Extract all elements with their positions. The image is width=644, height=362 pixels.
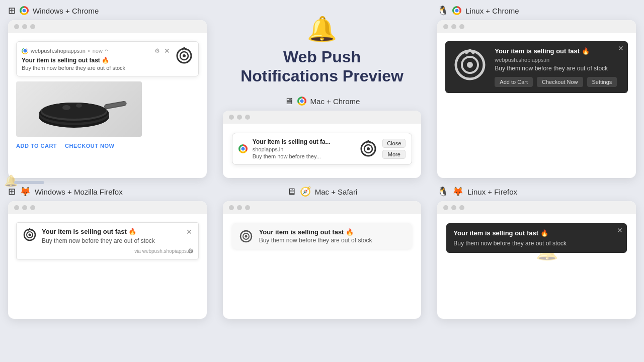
mac-safari-section: 🖥 🧭 Mac + Safari [215,181,430,322]
linux-firefox-notif-text: Buy them now before they are out of stoc… [453,240,620,247]
mac-chrome-buttons: Close More [382,139,406,159]
add-to-cart-button[interactable]: ADD TO CART [16,143,57,149]
ms-tl-2 [237,205,242,210]
mac-chrome-titlebar [223,111,422,124]
chrome-icon-linux [452,6,461,15]
mac-chrome-browser: Your item is selling out fa... shopiapps… [223,111,422,178]
win-chrome-notif-time: now [93,48,103,54]
mac-safari-notif-title: Your item is selling out fast 🔥 [259,228,406,236]
linux-checkout-now-button[interactable]: Checkout Now [537,77,583,87]
win-firefox-browser: Your item is selling out fast 🔥 Buy them… [8,201,207,319]
linux-chrome-notif-body: Your item is selling out fast 🔥 webpush.… [495,47,621,87]
win-firefox-notif-body: Your item is selling out fast 🔥 Buy them… [42,228,181,244]
bg-slider [14,181,44,184]
linux-chrome-notif-actions: Add to Cart Checkout Now Settings [495,77,621,87]
firefox-icon-win: 🦊 [20,186,31,197]
mac-safari-label: 🖥 🧭 Mac + Safari [287,186,358,197]
mac-safari-content: Your item is selling out fast 🔥 Buy them… [223,214,422,258]
settings-icon-firefox-win[interactable]: ⚙ [188,247,194,255]
close-icon[interactable]: ✕ [164,47,170,55]
mac-chrome-notif-body: Your item is selling out fa... shopiapps… [253,138,355,159]
linux-chrome-text: Linux + Chrome [465,7,519,15]
linux-chrome-label: 🐧 Linux + Chrome [437,5,636,16]
linux-firefox-close-button[interactable]: ✕ [617,226,623,234]
svg-point-26 [29,234,31,236]
svg-point-13 [76,104,82,108]
linux-chrome-notif-left [452,47,488,87]
gear-icon[interactable]: ⚙ [154,47,160,54]
checkout-now-button[interactable]: CHECKOUT NOW [65,143,114,149]
win-chrome-notif-header: webpush.shopiapps.in • now ^ ⚙ ✕ [22,47,170,55]
mac-chrome-section: 🔔 Web Push Notifications Preview 🖥 Mac +… [215,0,430,181]
win-chrome-label: ⊞ Windows + Chrome [8,5,207,16]
mac-safari-notif-text: Buy them now before they are out of stoc… [259,237,406,244]
linux-settings-button[interactable]: Settings [587,77,617,87]
mac-icon: 🖥 [284,96,293,107]
linux-firefox-text: Linux + Firefox [467,188,517,196]
mac-close-button[interactable]: Close [382,139,406,148]
ring-icon-svg [175,47,193,65]
linux-icon: 🐧 [437,5,448,16]
lf-tl-2 [451,205,456,210]
lf-tl-1 [443,205,448,210]
ring-icon-linux [452,47,488,82]
win-chrome-notif-domain: webpush.shopiapps.in [31,48,86,54]
header-title-line2: Notifications Preview [240,67,404,85]
linux-tl-1 [443,24,448,29]
header-title: Web Push Notifications Preview [240,47,404,86]
win-chrome-text: Windows + Chrome [33,7,99,15]
linux-firefox-notification: Your item is selling out fast 🔥 Buy them… [446,223,627,253]
win-firefox-text: Windows + Mozilla Firefox [35,188,123,196]
win-chrome-browser: webpush.shopiapps.in • now ^ ⚙ ✕ Your it… [8,20,207,178]
wf-tl-2 [22,205,27,210]
linux-firefox-label: 🐧 🦊 Linux + Firefox [437,186,636,197]
wf-tl-1 [14,205,19,210]
mac-chrome-notif-text: Buy them now before they... [253,153,355,159]
win-icon-ff: ⊞ [8,186,16,197]
svg-point-12 [62,105,70,110]
linux-close-button[interactable]: ✕ [618,44,624,52]
header-title-line1: Web Push [283,48,361,66]
win-firefox-notif-footer: via webpush.shopiapps.in [23,248,192,254]
ms-tl-1 [229,205,234,210]
win-firefox-notif-header: Your item is selling out fast 🔥 Buy them… [23,228,192,244]
windows-icon: ⊞ [8,5,16,16]
win-chrome-notif-icon [175,47,193,71]
svg-point-9 [42,103,106,119]
safari-icon: 🧭 [300,186,311,197]
win-firefox-titlebar [8,201,207,214]
mac-chrome-text: Mac + Chrome [310,97,360,106]
mac-safari-text: Mac + Safari [315,188,358,196]
linux-add-to-cart-button[interactable]: Add to Cart [495,77,533,87]
mac-safari-notif-body: Your item is selling out fast 🔥 Buy them… [259,228,406,244]
ms-tl-3 [245,205,250,210]
chrome-icon-mac [297,97,306,106]
header-center: 🔔 Web Push Notifications Preview [240,5,404,91]
lf-tl-3 [459,205,464,210]
traffic-light-3 [30,24,35,29]
mac-more-button[interactable]: More [382,150,406,159]
traffic-light-2 [22,24,27,29]
traffic-light-1 [14,24,19,29]
win-chrome-notification: webpush.shopiapps.in • now ^ ⚙ ✕ Your it… [16,41,199,76]
win-firefox-close-button[interactable]: ✕ [186,228,192,236]
mac-tl-2 [237,115,242,120]
win-chrome-notif-dot: • [88,48,90,54]
linux-icon-ff: 🐧 [437,186,448,197]
win-chrome-section: ⊞ Windows + Chrome webpush.shopiapps.in [0,0,215,181]
linux-chrome-notification: Your item is selling out fast 🔥 webpush.… [445,41,628,93]
win-firefox-section: ⊞ 🦊 Windows + Mozilla Firefox [0,181,215,322]
linux-firefox-section: 🐧 🦊 Linux + Firefox Your item is selling… [429,181,644,322]
win-firefox-notification: Your item is selling out fast 🔥 Buy them… [16,222,199,259]
mac-chrome-label: 🖥 Mac + Chrome [284,96,360,107]
ring-icon-firefox-win [23,228,37,242]
ring-icon-safari [239,229,253,243]
win-firefox-notif-text: Buy them now before they are out of stoc… [42,237,181,244]
svg-point-31 [245,235,247,237]
mac-safari-notification: Your item is selling out fast 🔥 Buy them… [232,223,413,249]
linux-chrome-section: 🐧 Linux + Chrome [429,0,644,181]
mac-tl-1 [229,115,234,120]
mac-tl-3 [245,115,250,120]
linux-chrome-notif-title: Your item is selling out fast 🔥 [495,47,621,55]
linux-tl-2 [451,24,456,29]
